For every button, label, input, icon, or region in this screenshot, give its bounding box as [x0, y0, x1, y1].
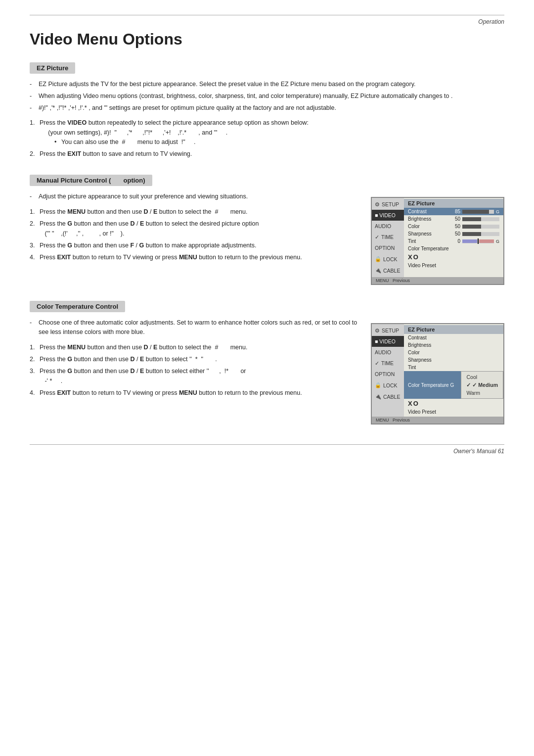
tv-row-brightness: Brightness 50: [404, 215, 503, 223]
manual-intro-bullet: Adjust the picture appearance to suit yo…: [30, 192, 361, 201]
ez-step-2: 2. Press the EXIT button to save and ret…: [30, 149, 504, 159]
tint-red: [479, 239, 494, 243]
ct-xo-label: XO: [408, 400, 419, 407]
tv-sidebar-colortemp: ⚙ SETUP ■ VIDEO AUDIO ✓ TIME OPTION: [372, 324, 404, 417]
ct-contrast-label: Contrast: [408, 335, 427, 340]
tv-ct-row-tint: Tint: [404, 364, 503, 371]
ct-sharpness-label: Sharpness: [408, 357, 432, 363]
tv-sidebar-lock: 🔒 LOCK: [372, 253, 404, 265]
brightness-value: 50: [449, 216, 460, 222]
tv-sidebar-cable: 🔌 CABLE: [372, 265, 404, 276]
tint-value: 0: [449, 238, 460, 244]
colortemp-label: Color Temperature: [408, 246, 499, 251]
manual-step-3: 3. Press the G button and then use F / G…: [30, 241, 361, 250]
ct-cable-icon: 🔌: [375, 393, 381, 400]
sharpness-value: 50: [449, 231, 460, 236]
color-bar: [462, 225, 499, 229]
ct-videopreset-label: Video Preset: [408, 409, 436, 415]
manual-picture-section: Manual Picture Control ( option) Adjust …: [30, 175, 504, 285]
ct-time-icon: ✓: [375, 360, 379, 366]
color-temp-section: Color Temperature Control Choose one of …: [30, 301, 504, 425]
tv-ct-sub-medium: ✓ Medium: [461, 381, 503, 389]
ct-colortemp-label: Color Temperature G: [408, 382, 454, 388]
color-temp-steps: 1. Press the MENU button and then use D …: [30, 343, 361, 398]
tv-ct-sidebar-video: ■ VIDEO: [372, 336, 404, 347]
ez-step-1: 1. Press the VIDEO button repeatedly to …: [30, 118, 504, 147]
tint-end: G: [496, 239, 499, 244]
manual-steps: 1. Press the MENU button and then use D …: [30, 207, 361, 263]
tv-row-color: Color 50: [404, 223, 503, 230]
tv-ct-sidebar-time: ✓ TIME: [372, 358, 404, 369]
ct-lock-icon: 🔒: [375, 382, 381, 388]
tv-ct-row-brightness: Brightness: [404, 341, 503, 349]
tv-ct-sidebar-lock: 🔒 LOCK: [372, 379, 404, 391]
ez-sub-bullet-1: You can also use the # menu to adjust !"…: [54, 138, 504, 147]
manual-picture-content: Adjust the picture appearance to suit yo…: [30, 192, 504, 285]
color-temp-step-4: 4. Press EXIT button to return to TV vie…: [30, 388, 361, 398]
tv-menu-inner-manual: ⚙ SETUP ■ VIDEO AUDIO ✓ TIME OPTION: [372, 198, 503, 277]
tv-sidebar-manual: ⚙ SETUP ■ VIDEO AUDIO ✓ TIME OPTION: [372, 198, 404, 277]
ez-sub-bullets: You can also use the # menu to adjust !"…: [40, 138, 504, 147]
ez-bullet-2: When adjusting Video menu options (contr…: [30, 92, 504, 101]
xo-label: XO: [408, 253, 419, 261]
contrast-bar-fill: [462, 210, 489, 214]
color-temp-content: Choose one of three automatic color adju…: [30, 318, 504, 425]
color-temp-bullet: Choose one of three automatic color adju…: [30, 318, 361, 337]
brightness-label: Brightness: [408, 216, 447, 222]
tv-ct-row-colortemp-highlighted: Color Temperature G: [404, 371, 461, 399]
color-temp-text: Choose one of three automatic color adju…: [30, 318, 361, 402]
color-temp-intro: Choose one of three automatic color adju…: [30, 318, 361, 337]
sharpness-bar: [462, 232, 499, 236]
color-temp-menu-image: ⚙ SETUP ■ VIDEO AUDIO ✓ TIME OPTION: [371, 318, 504, 425]
manual-step-4: 4. Press EXIT button to return to TV vie…: [30, 253, 361, 262]
tint-blue: [462, 239, 477, 243]
tv-menu-colortemp: ⚙ SETUP ■ VIDEO AUDIO ✓ TIME OPTION: [371, 323, 504, 425]
tv-ct-row-xo: XO: [404, 399, 503, 408]
tv-row-contrast: Contrast 85 G: [404, 208, 503, 215]
tv-row-sharpness: Sharpness 50: [404, 230, 503, 237]
videopreset-label: Video Preset: [408, 263, 447, 268]
manual-picture-menu-image: ⚙ SETUP ■ VIDEO AUDIO ✓ TIME OPTION: [371, 192, 504, 285]
tv-ct-row-videopreset: Video Preset: [404, 408, 503, 416]
tv-ct-submenu: Cool ✓ Medium Warm: [461, 371, 503, 399]
ct-tint-label: Tint: [408, 365, 416, 370]
ez-picture-section: EZ Picture EZ Picture adjusts the TV for…: [30, 62, 504, 159]
tv-menu-inner-colortemp: ⚙ SETUP ■ VIDEO AUDIO ✓ TIME OPTION: [372, 324, 503, 417]
tv-ct-sidebar-option: OPTION: [372, 369, 404, 379]
manual-picture-header: Manual Picture Control ( option): [30, 175, 152, 186]
top-rule: [30, 15, 504, 15]
ez-picture-header: EZ Picture: [30, 62, 75, 74]
color-temp-header: Color Temperature Control: [30, 301, 125, 312]
tv-footer-colortemp: MENU Previous: [372, 417, 503, 424]
tv-ct-sub-cool: Cool: [461, 373, 503, 381]
manual-step-2: 2. Press the G button and then use D / E…: [30, 219, 361, 238]
tv-footer-manual: MENU Previous: [372, 277, 503, 284]
manual-picture-intro: Adjust the picture appearance to suit yo…: [30, 192, 361, 201]
tv-ct-sidebar-setup: ⚙ SETUP: [372, 325, 404, 336]
tv-content-title-manual: EZ Picture: [404, 199, 503, 208]
tint-label: Tint: [408, 238, 447, 244]
tv-ct-colortemp-row-group: Color Temperature G Cool ✓ Medium Warm: [404, 371, 503, 399]
ct-color-label: Color: [408, 350, 420, 355]
brightness-bar-fill: [462, 217, 481, 221]
sharpness-label: Sharpness: [408, 231, 447, 236]
contrast-end: G: [496, 209, 499, 214]
tv-sidebar-time: ✓ TIME: [372, 232, 404, 242]
color-value: 50: [449, 224, 460, 229]
page-title: Video Menu Options: [30, 30, 504, 48]
manual-step-1: 1. Press the MENU button and then use D …: [30, 207, 361, 217]
bottom-rule: [30, 444, 504, 445]
time-icon: ✓: [375, 234, 379, 240]
tv-ct-sidebar-cable: 🔌 CABLE: [372, 391, 404, 402]
tv-sidebar-video: ■ VIDEO: [372, 210, 404, 221]
cable-icon: 🔌: [375, 267, 381, 274]
sharpness-bar-fill: [462, 232, 481, 236]
tv-ct-sidebar-audio: AUDIO: [372, 347, 404, 358]
ct-brightness-label: Brightness: [408, 342, 431, 348]
tv-sidebar-option: OPTION: [372, 242, 404, 253]
tv-ct-row-sharpness: Sharpness: [404, 356, 503, 364]
tint-bar: [462, 239, 494, 243]
tint-marker: [478, 238, 479, 244]
color-label: Color: [408, 224, 447, 229]
tv-ct-row-contrast: Contrast: [404, 334, 503, 341]
